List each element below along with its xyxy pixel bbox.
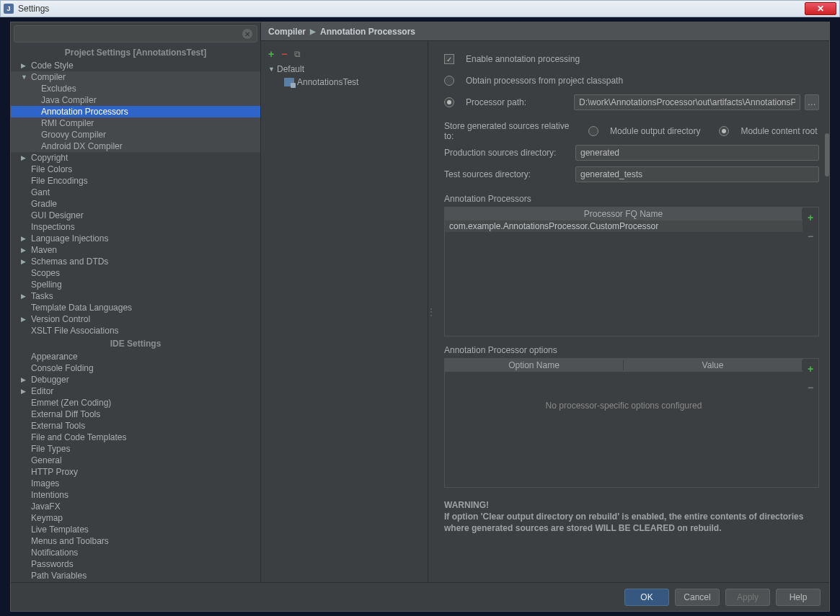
tree-item[interactable]: Spelling bbox=[11, 279, 260, 290]
tree-item[interactable]: Path Variables bbox=[11, 570, 260, 581]
tree-item[interactable]: Excludes bbox=[11, 83, 260, 94]
splitter-handle[interactable]: ⋮ bbox=[428, 41, 434, 582]
processor-path-label: Processor path: bbox=[466, 97, 567, 107]
obtain-label: Obtain processors from project classpath bbox=[466, 76, 623, 86]
tree-item[interactable]: Gradle bbox=[11, 198, 260, 210]
chevron-right-icon: ▶ bbox=[21, 258, 26, 265]
breadcrumb-part[interactable]: Compiler bbox=[268, 27, 306, 37]
tree-item-label: Tasks bbox=[31, 291, 53, 301]
tree-item[interactable]: File Encodings bbox=[11, 175, 260, 187]
ap-section-title: Annotation Processors bbox=[444, 194, 819, 204]
tree-item[interactable]: Groovy Compiler bbox=[11, 129, 260, 140]
prod-dir-input[interactable] bbox=[575, 145, 819, 161]
remove-processor-button[interactable]: − bbox=[808, 231, 813, 242]
tree-section-header: Project Settings [AnnotationsTest] bbox=[11, 45, 260, 60]
remove-option-button[interactable]: − bbox=[808, 382, 813, 393]
ok-button[interactable]: OK bbox=[624, 589, 669, 606]
tree-item[interactable]: Menus and Toolbars bbox=[11, 535, 260, 547]
tree-item[interactable]: Inspections bbox=[11, 221, 260, 233]
tree-item[interactable]: ▶Version Control bbox=[11, 313, 260, 325]
tree-item[interactable]: Annotation Processors bbox=[11, 106, 260, 117]
add-profile-button[interactable]: + bbox=[268, 48, 274, 60]
app-icon: J bbox=[4, 4, 14, 14]
tree-item[interactable]: Android DX Compiler bbox=[11, 140, 260, 152]
processor-path-input[interactable] bbox=[574, 94, 800, 110]
tree-item[interactable]: XSLT File Associations bbox=[11, 325, 260, 336]
tree-item[interactable]: Emmet (Zen Coding) bbox=[11, 397, 260, 409]
tree-item[interactable]: JavaFX bbox=[11, 501, 260, 512]
help-button[interactable]: Help bbox=[776, 589, 821, 606]
tree-item[interactable]: General bbox=[11, 455, 260, 466]
tree-item[interactable]: ▶Copyright bbox=[11, 152, 260, 164]
module-output-radio[interactable] bbox=[588, 126, 598, 136]
tree-item[interactable]: ▶Maven bbox=[11, 244, 260, 256]
tree-item-label: Excludes bbox=[41, 84, 76, 94]
add-option-button[interactable]: + bbox=[808, 363, 813, 375]
close-button[interactable]: ✕ bbox=[805, 2, 836, 15]
obtain-classpath-radio[interactable] bbox=[444, 76, 454, 86]
tree-item[interactable]: Live Templates bbox=[11, 524, 260, 535]
processors-header: Processor FQ Name bbox=[445, 209, 803, 219]
tree-item-label: File Colors bbox=[31, 164, 72, 174]
tree-item-label: Notifications bbox=[31, 548, 78, 558]
search-input[interactable] bbox=[19, 29, 242, 39]
settings-search[interactable]: ✕ bbox=[14, 25, 257, 43]
tree-item[interactable]: Console Folding bbox=[11, 362, 260, 374]
profile-default[interactable]: ▼ Default bbox=[264, 63, 425, 76]
tree-item[interactable]: Appearance bbox=[11, 351, 260, 362]
tree-item[interactable]: ▶Tasks bbox=[11, 290, 260, 302]
tree-item[interactable]: File Types bbox=[11, 443, 260, 455]
tree-item[interactable]: ▶Editor bbox=[11, 385, 260, 397]
tree-item[interactable]: ▶Schemas and DTDs bbox=[11, 256, 260, 267]
tree-item[interactable]: Notifications bbox=[11, 547, 260, 558]
tree-item[interactable]: File Colors bbox=[11, 164, 260, 175]
tree-item[interactable]: Gant bbox=[11, 187, 260, 198]
apply-button[interactable]: Apply bbox=[725, 589, 770, 606]
tree-item[interactable]: HTTP Proxy bbox=[11, 466, 260, 478]
tree-item-label: Keymap bbox=[31, 513, 63, 523]
tree-item-label: Java Compiler bbox=[41, 95, 97, 105]
settings-tree[interactable]: Project Settings [AnnotationsTest]▶Code … bbox=[11, 45, 260, 582]
cancel-button[interactable]: Cancel bbox=[675, 589, 720, 606]
browse-button[interactable]: … bbox=[805, 94, 819, 110]
tree-item[interactable]: Passwords bbox=[11, 558, 260, 570]
tree-item[interactable]: Template Data Languages bbox=[11, 302, 260, 313]
tree-item[interactable]: ▶Code Style bbox=[11, 60, 260, 71]
tree-item[interactable]: File and Code Templates bbox=[11, 432, 260, 443]
tree-item[interactable]: ▶Language Injections bbox=[11, 233, 260, 244]
profiles-panel: + − ⧉ ▼ Default AnnotationsTest bbox=[261, 41, 428, 582]
options-table: Option Name Value No processor-specific … bbox=[444, 358, 819, 488]
sidebar: ✕ Project Settings [AnnotationsTest]▶Cod… bbox=[11, 22, 261, 582]
tree-item[interactable]: Images bbox=[11, 478, 260, 489]
processor-path-radio[interactable] bbox=[444, 97, 454, 107]
chevron-right-icon: ▶ bbox=[21, 62, 26, 69]
tree-item[interactable]: Intentions bbox=[11, 489, 260, 501]
test-dir-input[interactable] bbox=[575, 166, 819, 182]
clear-icon[interactable]: ✕ bbox=[242, 29, 252, 39]
chevron-down-icon: ▼ bbox=[21, 73, 27, 81]
settings-dialog: ✕ Project Settings [AnnotationsTest]▶Cod… bbox=[10, 22, 830, 612]
remove-profile-button[interactable]: − bbox=[281, 48, 287, 60]
tree-item[interactable]: Java Compiler bbox=[11, 94, 260, 106]
tree-item[interactable]: Scopes bbox=[11, 267, 260, 279]
warning-text: WARNING! If option 'Clear output directo… bbox=[444, 499, 819, 535]
tree-item[interactable]: ▼Compiler bbox=[11, 71, 260, 83]
tree-item-label: File and Code Templates bbox=[31, 432, 127, 442]
copy-profile-button[interactable]: ⧉ bbox=[294, 49, 301, 59]
tree-item-label: Live Templates bbox=[31, 525, 89, 535]
tree-item-label: Emmet (Zen Coding) bbox=[31, 398, 111, 408]
tree-item-label: External Tools bbox=[31, 421, 85, 431]
tree-item[interactable]: External Tools bbox=[11, 420, 260, 432]
module-content-radio[interactable] bbox=[719, 126, 729, 136]
enable-checkbox[interactable] bbox=[444, 54, 454, 64]
add-processor-button[interactable]: + bbox=[808, 212, 813, 223]
table-row[interactable]: com.example.AnnotationsProcessor.CustomP… bbox=[445, 220, 803, 232]
tree-item-label: Schemas and DTDs bbox=[31, 256, 108, 267]
tree-item-label: General bbox=[31, 455, 62, 465]
profile-module[interactable]: AnnotationsTest bbox=[264, 76, 425, 89]
tree-item[interactable]: GUI Designer bbox=[11, 210, 260, 221]
tree-item[interactable]: RMI Compiler bbox=[11, 117, 260, 129]
tree-item[interactable]: Keymap bbox=[11, 512, 260, 524]
tree-item[interactable]: ▶Debugger bbox=[11, 374, 260, 385]
tree-item[interactable]: External Diff Tools bbox=[11, 409, 260, 420]
